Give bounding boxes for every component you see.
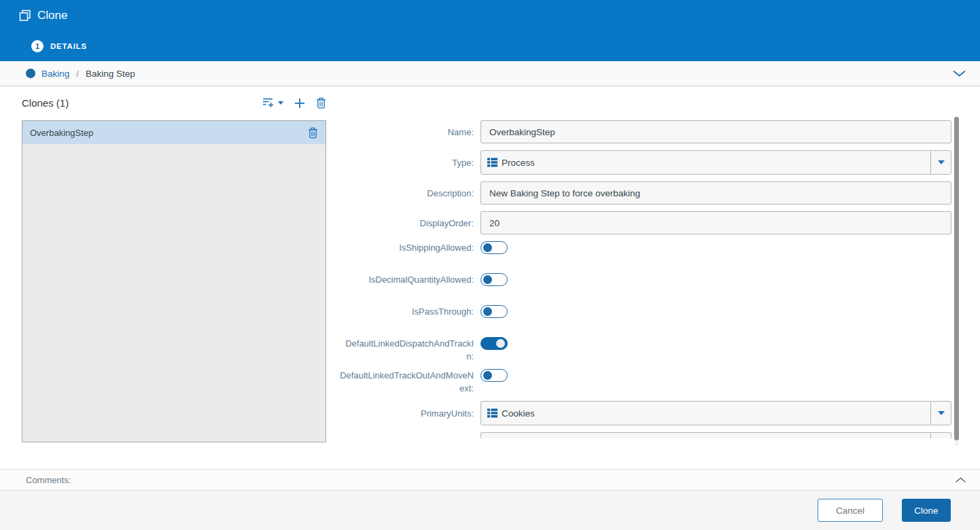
caret-down-icon bbox=[278, 101, 283, 105]
remove-clone-button[interactable] bbox=[308, 127, 318, 139]
collapse-comments-button[interactable] bbox=[955, 477, 966, 483]
form-row: DefaultLinkedTrackOutAndMoveNext: bbox=[340, 369, 951, 382]
input-value: OverbakingStep bbox=[489, 127, 555, 137]
toggle-switch[interactable] bbox=[480, 305, 508, 318]
entity-type-icon bbox=[487, 408, 497, 418]
dropdown-open-button[interactable] bbox=[930, 151, 951, 174]
toggle-switch[interactable] bbox=[480, 337, 508, 350]
chevron-up-icon bbox=[955, 477, 966, 483]
field-label: DefaultLinkedDispatchAndTrackIn: bbox=[340, 337, 474, 363]
clone-button[interactable]: Clone bbox=[902, 499, 951, 522]
field-label bbox=[340, 432, 474, 438]
clones-list: OverbakingStep bbox=[22, 120, 326, 442]
toggle-knob bbox=[483, 371, 492, 380]
collapse-header-button[interactable] bbox=[952, 70, 966, 77]
form-row: Type:Process bbox=[340, 150, 951, 175]
field-label: PrimaryUnits: bbox=[340, 407, 474, 420]
form-row: PrimaryUnits:Cookies bbox=[340, 401, 951, 425]
clones-panel-title: Clones (1) bbox=[22, 97, 69, 109]
clone-details-form: Name:OverbakingStepType:ProcessDescripti… bbox=[340, 116, 951, 446]
dropdown-open-button[interactable] bbox=[930, 402, 951, 425]
toggle-switch[interactable] bbox=[480, 273, 508, 286]
comments-label: Comments: bbox=[26, 475, 71, 485]
plus-icon bbox=[294, 98, 305, 109]
form-row: Description:New Baking Step to force ove… bbox=[340, 181, 951, 205]
field-label: Name: bbox=[340, 126, 474, 139]
comments-section: Comments: bbox=[0, 469, 980, 491]
delete-clone-button[interactable] bbox=[316, 97, 326, 109]
step-label: DETAILS bbox=[50, 42, 87, 50]
caret-down-icon bbox=[938, 411, 945, 415]
text-input[interactable]: 20 bbox=[480, 211, 951, 234]
field-label: DefaultLinkedTrackOutAndMoveNext: bbox=[340, 369, 474, 395]
entity-type-icon bbox=[487, 158, 497, 167]
clone-icon bbox=[19, 10, 31, 22]
field-label: IsDecimalQuantityAllowed: bbox=[340, 273, 474, 286]
form-row: DefaultLinkedDispatchAndTrackIn: bbox=[340, 337, 951, 350]
dialog-footer: Cancel Clone bbox=[0, 491, 980, 530]
main-content: Clones (1) bbox=[0, 86, 980, 469]
toggle-knob bbox=[483, 307, 492, 316]
toggle-knob bbox=[483, 275, 492, 284]
clipped-dropdown-button bbox=[930, 433, 951, 438]
toggle-knob bbox=[496, 339, 505, 348]
dropdown-field[interactable]: Cookies bbox=[480, 401, 951, 425]
field-label: IsPassThrough: bbox=[340, 305, 474, 318]
dialog-titlebar: Clone bbox=[0, 0, 980, 31]
form-row: IsPassThrough: bbox=[340, 305, 951, 318]
wizard-step-bar: 1 DETAILS bbox=[0, 31, 980, 61]
clone-item-name: OverbakingStep bbox=[30, 128, 93, 138]
form-row-clipped bbox=[340, 432, 951, 438]
dropdown-value: Process bbox=[502, 158, 535, 168]
form-scrollbar-thumb[interactable] bbox=[954, 117, 959, 440]
step-number-badge: 1 bbox=[31, 40, 43, 52]
dropdown-field[interactable]: Process bbox=[480, 150, 951, 175]
text-input[interactable]: OverbakingStep bbox=[480, 120, 951, 143]
clone-list-item[interactable]: OverbakingStep bbox=[22, 121, 326, 144]
field-label: Type: bbox=[340, 156, 474, 169]
form-row: IsDecimalQuantityAllowed: bbox=[340, 273, 951, 286]
toggle-switch[interactable] bbox=[480, 369, 508, 382]
trash-icon bbox=[308, 127, 318, 139]
entity-status-dot-icon bbox=[26, 69, 35, 78]
text-input[interactable]: New Baking Step to force overbaking bbox=[480, 181, 951, 205]
chevron-down-icon bbox=[952, 70, 966, 77]
form-row: IsShippingAllowed: bbox=[340, 241, 951, 254]
form-row: DisplayOrder:20 bbox=[340, 211, 951, 234]
field-label: IsShippingAllowed: bbox=[340, 241, 474, 254]
clipped-field bbox=[480, 432, 951, 438]
breadcrumb-separator: / bbox=[76, 69, 79, 79]
list-add-icon bbox=[263, 98, 275, 108]
breadcrumb-parent-link[interactable]: Baking bbox=[41, 69, 69, 79]
trash-icon bbox=[316, 97, 326, 109]
cancel-button[interactable]: Cancel bbox=[818, 499, 883, 522]
field-label: Description: bbox=[340, 187, 474, 200]
toggle-switch[interactable] bbox=[480, 241, 508, 254]
dropdown-value: Cookies bbox=[502, 408, 535, 419]
input-value: 20 bbox=[489, 218, 500, 228]
add-clone-button[interactable] bbox=[294, 98, 305, 109]
breadcrumb-current: Baking Step bbox=[86, 69, 135, 79]
add-multiple-button[interactable] bbox=[263, 98, 283, 108]
toggle-knob bbox=[483, 243, 492, 252]
form-scrollbar[interactable] bbox=[954, 116, 959, 446]
field-label: DisplayOrder: bbox=[340, 217, 474, 230]
form-row: Name:OverbakingStep bbox=[340, 120, 951, 143]
clones-toolbar bbox=[263, 97, 326, 109]
caret-down-icon bbox=[938, 160, 945, 164]
input-value: New Baking Step to force overbaking bbox=[489, 188, 640, 198]
breadcrumb: Baking / Baking Step bbox=[0, 61, 980, 86]
dialog-title: Clone bbox=[37, 9, 67, 22]
clones-panel-header: Clones (1) bbox=[22, 97, 326, 109]
